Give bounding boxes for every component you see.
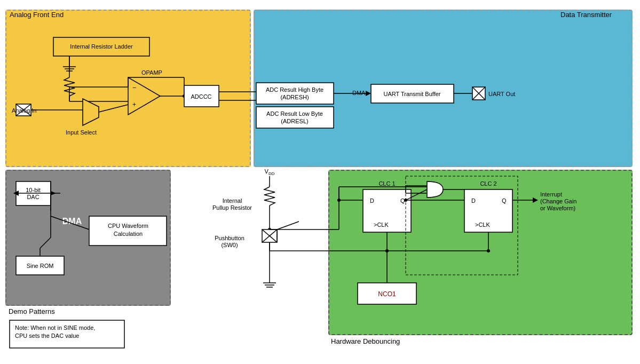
svg-text:VDD: VDD	[265, 168, 275, 176]
dt-label: Data Transmitter	[560, 11, 612, 19]
region-afe	[5, 10, 251, 167]
svg-text:(SW0): (SW0)	[221, 242, 238, 248]
hw-label: Hardware Debouncing	[331, 337, 400, 345]
region-dt	[254, 10, 633, 167]
svg-text:Pullup Resistor: Pullup Resistor	[212, 204, 252, 211]
svg-rect-68	[262, 230, 277, 242]
svg-text:CPU sets the DAC value: CPU sets the DAC value	[15, 333, 79, 339]
region-demo	[5, 170, 171, 306]
svg-text:Note: When not in SINE mode,: Note: When not in SINE mode,	[15, 325, 95, 331]
svg-line-69	[262, 230, 277, 242]
afe-label: Analog Front End	[10, 11, 64, 19]
svg-text:Internal: Internal	[223, 197, 242, 204]
svg-line-70	[262, 230, 277, 242]
diagram-container: Analog Front End Data Transmitter Demo P…	[0, 0, 640, 364]
svg-line-77	[277, 221, 299, 230]
demo-label: Demo Patterns	[9, 307, 55, 315]
region-hw	[328, 170, 633, 335]
svg-rect-125	[10, 320, 124, 348]
svg-text:Pushbutton: Pushbutton	[215, 235, 244, 241]
svg-point-67	[268, 228, 271, 231]
